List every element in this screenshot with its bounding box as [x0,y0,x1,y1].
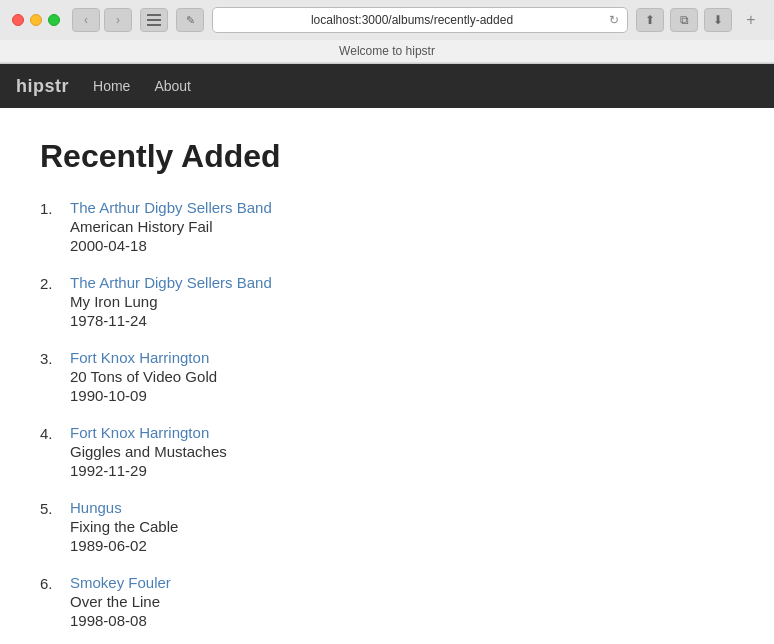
album-details: The Arthur Digby Sellers Band My Iron Lu… [70,274,272,329]
svg-rect-0 [147,14,161,16]
album-date: 1989-06-02 [70,537,178,554]
maximize-button[interactable] [48,14,60,26]
list-item: 5 Hungus Fixing the Cable 1989-06-02 [40,499,734,554]
nav-buttons: ‹ › [72,8,132,32]
list-item: 2 The Arthur Digby Sellers Band My Iron … [40,274,734,329]
album-date: 1990-10-09 [70,387,217,404]
album-name: American History Fail [70,218,272,235]
album-name: Over the Line [70,593,171,610]
album-number: 1 [40,199,70,254]
album-date: 2000-04-18 [70,237,272,254]
album-details: Hungus Fixing the Cable 1989-06-02 [70,499,178,554]
browser-actions: ⬆ ⧉ ⬇ [636,8,732,32]
app-logo[interactable]: hipstr [16,76,69,97]
browser-chrome: ‹ › ✎ localhost:3000/albums/recently-add… [0,0,774,64]
info-bar-text: Welcome to hipstr [339,44,435,58]
list-item: 6 Smokey Fouler Over the Line 1998-08-08 [40,574,734,629]
list-item: 1 The Arthur Digby Sellers Band American… [40,199,734,254]
page-title: Recently Added [40,138,734,175]
list-item: 4 Fort Knox Harrington Giggles and Musta… [40,424,734,479]
nav-home[interactable]: Home [93,78,130,94]
new-tab-button[interactable]: + [740,9,762,31]
album-number: 2 [40,274,70,329]
pin-button[interactable]: ✎ [176,8,204,32]
address-bar[interactable]: localhost:3000/albums/recently-added ↻ [212,7,628,33]
album-artist-link[interactable]: Hungus [70,499,178,516]
album-number: 3 [40,349,70,404]
album-details: Smokey Fouler Over the Line 1998-08-08 [70,574,171,629]
album-artist-link[interactable]: The Arthur Digby Sellers Band [70,199,272,216]
reload-button[interactable]: ↻ [609,13,619,27]
album-date: 1978-11-24 [70,312,272,329]
album-name: Fixing the Cable [70,518,178,535]
album-artist-link[interactable]: Fort Knox Harrington [70,349,217,366]
album-name: Giggles and Mustaches [70,443,227,460]
album-number: 4 [40,424,70,479]
album-details: The Arthur Digby Sellers Band American H… [70,199,272,254]
list-item: 3 Fort Knox Harrington 20 Tons of Video … [40,349,734,404]
forward-button[interactable]: › [104,8,132,32]
nav-about[interactable]: About [154,78,191,94]
album-number: 5 [40,499,70,554]
page-content: Recently Added 1 The Arthur Digby Seller… [0,108,774,644]
back-button[interactable]: ‹ [72,8,100,32]
close-button[interactable] [12,14,24,26]
app-nav: hipstr Home About [0,64,774,108]
svg-rect-2 [147,24,161,26]
album-date: 1992-11-29 [70,462,227,479]
traffic-lights [12,14,60,26]
titlebar: ‹ › ✎ localhost:3000/albums/recently-add… [0,0,774,40]
album-artist-link[interactable]: Fort Knox Harrington [70,424,227,441]
sidebar-button[interactable] [140,8,168,32]
album-details: Fort Knox Harrington Giggles and Mustach… [70,424,227,479]
album-name: My Iron Lung [70,293,272,310]
tabs-button[interactable]: ⧉ [670,8,698,32]
url-text: localhost:3000/albums/recently-added [221,13,603,27]
download-button[interactable]: ⬇ [704,8,732,32]
album-name: 20 Tons of Video Gold [70,368,217,385]
album-date: 1998-08-08 [70,612,171,629]
album-details: Fort Knox Harrington 20 Tons of Video Go… [70,349,217,404]
album-list: 1 The Arthur Digby Sellers Band American… [40,199,734,644]
album-artist-link[interactable]: Smokey Fouler [70,574,171,591]
album-number: 6 [40,574,70,629]
svg-rect-1 [147,19,161,21]
minimize-button[interactable] [30,14,42,26]
album-artist-link[interactable]: The Arthur Digby Sellers Band [70,274,272,291]
share-button[interactable]: ⬆ [636,8,664,32]
info-bar: Welcome to hipstr [0,40,774,63]
